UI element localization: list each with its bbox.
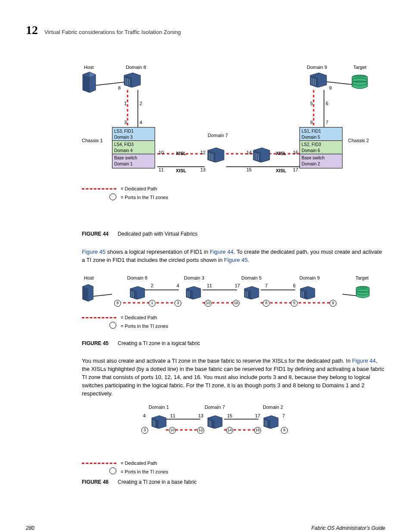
chassis2-label: Chassis 2 [348,137,369,144]
port-label: 15 [227,413,232,419]
port-label: 11 [207,283,212,289]
ti-port: 16 [254,427,261,434]
figure-44-diagram: Host Domain 8 Domain 9 Target [82,64,385,228]
port-label: 11 [159,167,164,173]
circle-sample [109,322,116,329]
chassis1-ls4: LS4, FID3 Domain 4 [112,140,155,155]
figure-45-diagram: Host Domain 8 Domain 3 Domain 5 Domain 9… [82,271,385,337]
port-label: 4 [177,283,179,289]
page-content: Host Domain 8 Domain 9 Target [82,64,385,486]
figure-46-caption: FIGURE 46 Creating a TI zone in a base f… [82,479,385,486]
svg-marker-17 [83,75,90,93]
dashed-line-sample [82,463,116,464]
figure-46-legend: = Dedicated Path = Ports in the TI zones [82,460,385,476]
ti-port: 10 [205,300,212,307]
text: You must also create and activate a TI z… [82,358,352,364]
port-label: 6 [326,100,328,107]
legend-text: = Dedicated Path [121,186,157,192]
circle-sample [109,467,116,474]
page-header: 12 Virtual Fabric considerations for Tra… [26,22,385,38]
ti-port: 12 [197,427,204,434]
switch-icon [309,72,327,87]
figure-label: FIGURE 46 [82,479,109,485]
switch-icon [129,286,146,299]
chassis1-label: Chassis 1 [82,137,103,144]
port-label: 7 [282,413,285,419]
figure-44-caption: FIGURE 44 Dedicated path with Virtual Fa… [82,230,385,238]
domain9-label: Domain 9 [299,275,320,281]
figure-caption-text: Creating a TI zone in a base fabric [118,479,196,485]
text: shows a logical representation of FID1 i… [106,249,210,255]
port-label: 15 [246,167,252,173]
switch-icon [185,286,202,299]
figure-45-legend: = Dedicated Path = Ports in the TI zones [82,314,168,332]
text: . [248,257,249,263]
figure-44-link[interactable]: Figure 44 [352,358,376,364]
port-label: 2 [151,283,153,289]
legend-text: = Dedicated Path [121,460,157,467]
chassis2-base: Base switch Domain 2 [299,154,342,168]
target-icon [351,75,368,89]
port-label: 8 [118,85,121,91]
switch-icon [263,415,279,429]
port-label: 17 [255,413,260,419]
figure-caption-text: Dedicated path with Virtual Fabrics [118,231,197,237]
ti-port: 10 [169,427,176,434]
host-icon [82,283,94,302]
port-label: 2 [140,100,142,107]
chassis2-ls2: LS2, FID3 Domain 6 [299,140,342,155]
circle-sample [109,193,116,200]
port-label: 7 [265,283,268,289]
port-label: 9 [329,85,332,91]
chassis1-base: Base switch Domain 1 [112,154,155,168]
legend-text: = Ports in the TI zones [121,194,168,201]
domain9-label: Domain 9 [307,64,327,71]
figure-46-diagram: Domain 1 Domain 7 Domain 2 4 11 13 15 17… [134,404,385,456]
switch-icon [299,286,316,299]
target-label: Target [353,64,367,71]
domain5-label: Domain 5 [241,275,262,281]
port-label: 12 [200,149,206,156]
page-number: 280 [26,525,34,532]
paragraph-1: Figure 45 shows a logical representation… [82,248,385,264]
figure-45-caption: FIGURE 45 Creating a TI zone in a logica… [82,340,385,347]
ti-port: 5 [291,300,298,307]
figure-45-link[interactable]: Figure 45 [224,257,248,263]
ti-port: 8 [281,427,288,434]
port-label: 17 [293,167,298,173]
ti-port: 14 [226,427,233,434]
ti-port: 9 [330,300,336,307]
chassis2-ls1: LS1, FID1 Domain 5 [299,127,342,142]
xisl-label: XISL [176,150,186,157]
chassis1-ls3: LS3, FID1 Domain 3 [112,127,155,142]
host-label: Host [84,64,94,71]
switch-icon [123,72,141,87]
figure-label: FIGURE 45 [82,340,109,346]
ti-port: 16 [233,300,240,307]
port-label: 1 [124,100,127,107]
port-label: 16 [293,149,298,156]
port-label: 13 [200,167,206,173]
legend-text: = Ports in the TI zones [121,469,168,475]
port-label: 4 [143,413,146,419]
ti-port: 3 [174,300,181,307]
port-label: 4 [140,119,142,126]
figure-44-link[interactable]: Figure 44 [210,249,234,255]
ti-port: 3 [141,427,148,434]
xisl-label: XISL [176,168,186,174]
switch-icon [207,415,223,429]
section-title: Virtual Fabric considerations for Traffi… [44,28,181,36]
host-icon [82,71,97,93]
svg-marker-51 [83,286,88,302]
switch-icon [207,147,225,162]
port-label: 11 [170,413,175,419]
legend-text: = Ports in the TI zones [121,323,168,330]
domain3-label: Domain 3 [184,275,204,281]
figure-45-link[interactable]: Figure 45 [82,249,106,255]
xisl-label: XISL [276,150,286,157]
page-footer: 280 Fabric OS Administrator's Guide 53-1… [26,525,385,532]
ti-port: 8 [114,300,121,307]
domain8-label: Domain 8 [126,64,146,71]
figure-44-legend: = Dedicated Path = Ports in the TI zones [82,185,168,203]
chapter-number: 12 [26,22,38,38]
